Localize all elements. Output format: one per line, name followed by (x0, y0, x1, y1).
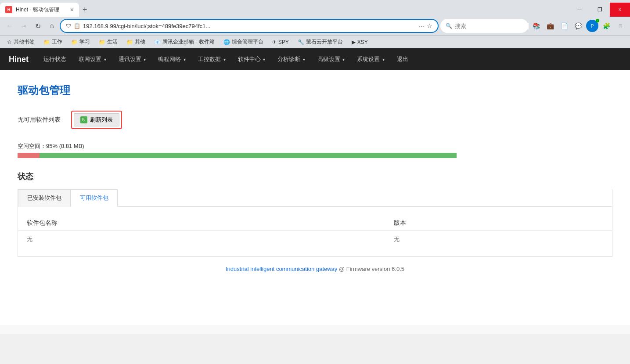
no-list-label: 无可用软件列表 (18, 116, 61, 124)
main-content: 驱动包管理 无可用软件列表 ↻ 刷新列表 空闲空间：95% (8.81 MB) … (0, 70, 630, 325)
bookmark-label: 腾讯企业邮箱 - 收件箱 (162, 38, 215, 46)
footer: Industrial intelligent communication gat… (18, 257, 612, 281)
progress-bar (18, 153, 457, 158)
status-title: 状态 (18, 171, 612, 182)
active-tab[interactable]: H Hinet - 驱动包管理 × (0, 3, 79, 17)
bookmark-email[interactable]: 📧 腾讯企业邮箱 - 收件箱 (151, 37, 218, 47)
search-bar[interactable]: 🔍 (440, 19, 528, 33)
space-info: 空闲空间：95% (8.81 MB) (18, 142, 612, 158)
nav-item-logout[interactable]: 退出 (395, 48, 410, 70)
collections-icon[interactable]: 💼 (544, 20, 556, 32)
minimize-button[interactable]: ─ (569, 3, 590, 17)
tab-installed[interactable]: 已安装软件包 (18, 189, 71, 207)
refresh-list-button[interactable]: ↻ 刷新列表 (74, 113, 119, 126)
browser-menu-icon[interactable]: ≡ (614, 20, 626, 32)
bookmark-xsy[interactable]: ▶ XSY (348, 38, 371, 46)
tab-close-button[interactable]: × (70, 6, 74, 13)
status-section: 状态 已安装软件包 可用软件包 软件包名称 版本 (18, 171, 612, 257)
refresh-icon: ↻ (80, 116, 87, 123)
forward-button[interactable]: → (18, 20, 30, 32)
bookmark-star-icon[interactable]: ☆ (427, 22, 432, 29)
address-bar-row: ← → ↻ ⌂ 🛡 📋 192.168.9.99/cgi-bin/luci/;s… (0, 17, 630, 35)
bookmark-spy[interactable]: ✈ SPY (269, 38, 292, 46)
bookmark-work[interactable]: 📁 工作 (40, 37, 66, 47)
bookmark-label: 其他 (135, 38, 145, 46)
refresh-btn-label: 刷新列表 (90, 116, 113, 124)
bookmark-label: 工作 (52, 38, 62, 46)
nav-item-software[interactable]: 软件中心 ▾ (236, 48, 267, 70)
chevron-down-icon: ▾ (104, 57, 106, 62)
bookmark-label: XSY (357, 39, 368, 45)
page-content: Hinet 运行状态 联网设置 ▾ 通讯设置 ▾ 编程网络 ▾ 工控数据 ▾ 软… (0, 48, 630, 334)
copilot-icon[interactable]: 💬 (572, 20, 584, 32)
bookmark-other[interactable]: ☆ 其他书签 (4, 37, 38, 47)
tabs-header: 已安装软件包 可用软件包 (18, 189, 612, 207)
nav-item-system[interactable]: 系统设置 ▾ (355, 48, 386, 70)
lock-icon: 📋 (74, 23, 80, 29)
footer-link[interactable]: Industrial intelligent communication gat… (226, 266, 337, 272)
tab-available[interactable]: 可用软件包 (71, 189, 118, 207)
folder-icon: 📁 (99, 39, 105, 45)
bookmark-life[interactable]: 📁 生活 (95, 37, 121, 47)
home-button[interactable]: ⌂ (46, 20, 58, 32)
close-button[interactable]: × (610, 3, 630, 17)
progress-used (18, 153, 40, 158)
tab-favicon: H (5, 6, 12, 13)
nav-item-advanced[interactable]: 高级设置 ▾ (316, 48, 347, 70)
bookmark-label: 其他书签 (14, 38, 35, 46)
extensions-icon[interactable]: 🧩 (600, 20, 612, 32)
bookmark-label: 生活 (107, 38, 118, 46)
bookmark-label: 学习 (79, 38, 90, 46)
reload-button[interactable]: ↻ (32, 20, 44, 32)
nav-item-data[interactable]: 工控数据 ▾ (196, 48, 227, 70)
chevron-down-icon: ▾ (303, 57, 305, 62)
nav-item-diag[interactable]: 分析诊断 ▾ (276, 48, 307, 70)
bookmark-platform[interactable]: 🌐 综合管理平台 (220, 37, 267, 47)
page-title: 驱动包管理 (18, 83, 612, 97)
back-button[interactable]: ← (4, 20, 16, 32)
profile-button[interactable]: P ! (586, 20, 598, 32)
address-bar[interactable]: 🛡 📋 192.168.9.99/cgi-bin/luci/;stok=489f… (60, 19, 439, 33)
url-text: 192.168.9.99/cgi-bin/luci/;stok=489fe39e… (83, 23, 416, 29)
reading-list-icon[interactable]: 📚 (530, 20, 542, 32)
search-input[interactable] (455, 23, 529, 29)
bookmark-label: 萤石云开放平台 (306, 38, 343, 46)
folder-icon: 📁 (126, 39, 133, 45)
chevron-down-icon: ▾ (382, 57, 385, 62)
tabs-container: 已安装软件包 可用软件包 软件包名称 版本 无 (18, 189, 612, 257)
restore-button[interactable]: ❐ (590, 3, 610, 17)
nav-item-network[interactable]: 联网设置 ▾ (77, 48, 108, 70)
folder-icon: 📁 (43, 39, 50, 45)
chevron-down-icon: ▾ (342, 57, 345, 62)
profile-label: P (591, 24, 594, 29)
app-nav: Hinet 运行状态 联网设置 ▾ 通讯设置 ▾ 编程网络 ▾ 工控数据 ▾ 软… (0, 48, 630, 70)
app-logo: Hinet (9, 55, 29, 64)
ys-icon: 🔧 (298, 39, 304, 45)
chevron-down-icon: ▾ (263, 57, 265, 62)
bookmark-other2[interactable]: 📁 其他 (123, 37, 149, 47)
footer-suffix: @ Firmware version 6.0.5 (339, 266, 404, 272)
xsy-icon: ▶ (352, 39, 356, 45)
email-icon: 📧 (154, 39, 161, 45)
globe-icon: 🌐 (223, 39, 230, 45)
table-section: 软件包名称 版本 无 无 (18, 207, 612, 256)
bookmark-study[interactable]: 📁 学习 (68, 37, 94, 47)
search-icon: 🔍 (446, 23, 452, 29)
nav-item-status[interactable]: 运行状态 (42, 48, 68, 70)
table-row: 无 无 (18, 231, 612, 248)
more-button[interactable]: ··· (419, 22, 424, 29)
profile-badge: ! (596, 19, 599, 22)
nav-item-comm[interactable]: 通讯设置 ▾ (117, 48, 148, 70)
progress-free (40, 153, 457, 158)
bookmark-ys[interactable]: 🔧 萤石云开放平台 (294, 37, 346, 47)
chevron-down-icon: ▾ (144, 57, 146, 62)
new-tab-button[interactable]: + (79, 4, 91, 16)
window-controls: ─ ❐ × (569, 3, 630, 17)
sidebar-icon[interactable]: 📄 (558, 20, 570, 32)
bookmark-label: SPY (278, 39, 289, 45)
nav-item-prog[interactable]: 编程网络 ▾ (156, 48, 187, 70)
package-list-section: 无可用软件列表 ↻ 刷新列表 (18, 111, 612, 129)
col-header-name: 软件包名称 (18, 216, 385, 231)
package-table: 软件包名称 版本 无 无 (18, 216, 612, 248)
col-header-version: 版本 (385, 216, 612, 231)
